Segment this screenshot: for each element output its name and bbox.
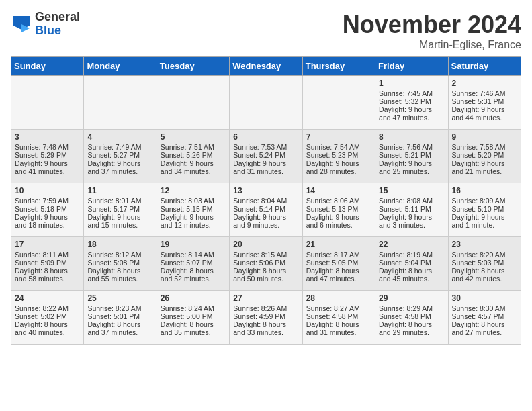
day-number: 29	[379, 293, 444, 303]
day-number: 28	[306, 293, 371, 303]
day-number: 24	[15, 293, 80, 303]
day-number: 17	[15, 240, 80, 249]
day-number: 18	[87, 240, 152, 249]
day-number: 6	[233, 132, 298, 142]
day-number: 15	[379, 186, 444, 195]
calendar-week-1: 1Sunrise: 7:45 AMSunset: 5:32 PMDaylight…	[11, 76, 521, 130]
calendar-cell: 23Sunrise: 8:20 AMSunset: 5:03 PMDayligh…	[448, 237, 521, 291]
month-title: November 2024	[343, 11, 521, 39]
day-number: 23	[452, 240, 517, 249]
calendar-cell: 9Sunrise: 7:58 AMSunset: 5:20 PMDaylight…	[448, 130, 521, 183]
calendar-header: Sunday Monday Tuesday Wednesday Thursday…	[11, 57, 521, 76]
calendar-cell: 13Sunrise: 8:04 AMSunset: 5:14 PMDayligh…	[230, 183, 302, 237]
calendar-cell: 10Sunrise: 7:59 AMSunset: 5:18 PMDayligh…	[11, 183, 84, 237]
logo-general: General	[35, 11, 80, 24]
calendar-cell: 28Sunrise: 8:27 AMSunset: 4:58 PMDayligh…	[302, 291, 375, 345]
col-thursday: Thursday	[302, 57, 375, 76]
calendar-cell: 8Sunrise: 7:56 AMSunset: 5:21 PMDaylight…	[375, 130, 448, 183]
day-number: 9	[452, 132, 517, 142]
day-number: 5	[161, 132, 226, 142]
calendar-cell: 26Sunrise: 8:24 AMSunset: 5:00 PMDayligh…	[157, 291, 229, 345]
calendar-cell: 6Sunrise: 7:53 AMSunset: 5:24 PMDaylight…	[230, 130, 302, 183]
day-number: 12	[161, 186, 226, 195]
day-number: 8	[379, 132, 444, 142]
day-number: 11	[87, 186, 152, 195]
col-monday: Monday	[84, 57, 157, 76]
location: Martin-Eglise, France	[343, 39, 521, 51]
calendar-cell: 14Sunrise: 8:06 AMSunset: 5:13 PMDayligh…	[302, 183, 375, 237]
calendar-week-5: 24Sunrise: 8:22 AMSunset: 5:02 PMDayligh…	[11, 291, 521, 345]
logo-icon	[11, 13, 32, 35]
day-number: 3	[15, 132, 80, 142]
calendar-cell: 21Sunrise: 8:17 AMSunset: 5:05 PMDayligh…	[302, 237, 375, 291]
logo: General Blue	[11, 11, 80, 38]
day-number: 20	[233, 240, 298, 249]
calendar-cell: 22Sunrise: 8:19 AMSunset: 5:04 PMDayligh…	[375, 237, 448, 291]
calendar-cell: 25Sunrise: 8:23 AMSunset: 5:01 PMDayligh…	[84, 291, 157, 345]
calendar-cell	[11, 76, 84, 130]
calendar-body: 1Sunrise: 7:45 AMSunset: 5:32 PMDaylight…	[11, 76, 521, 345]
day-number: 30	[452, 293, 517, 303]
calendar-cell: 17Sunrise: 8:11 AMSunset: 5:09 PMDayligh…	[11, 237, 84, 291]
calendar-cell: 3Sunrise: 7:48 AMSunset: 5:29 PMDaylight…	[11, 130, 84, 183]
calendar-cell	[302, 76, 375, 130]
calendar-cell: 2Sunrise: 7:46 AMSunset: 5:31 PMDaylight…	[448, 76, 521, 130]
day-number: 4	[87, 132, 152, 142]
logo-blue: Blue	[35, 24, 80, 38]
day-number: 2	[452, 79, 517, 88]
col-friday: Friday	[375, 57, 448, 76]
calendar-cell: 1Sunrise: 7:45 AMSunset: 5:32 PMDaylight…	[375, 76, 448, 130]
calendar-cell: 19Sunrise: 8:14 AMSunset: 5:07 PMDayligh…	[157, 237, 229, 291]
logo-text: General Blue	[35, 11, 80, 38]
calendar-cell: 18Sunrise: 8:12 AMSunset: 5:08 PMDayligh…	[84, 237, 157, 291]
calendar-cell	[84, 76, 157, 130]
col-tuesday: Tuesday	[157, 57, 229, 76]
calendar-cell: 11Sunrise: 8:01 AMSunset: 5:17 PMDayligh…	[84, 183, 157, 237]
calendar-cell	[230, 76, 302, 130]
calendar-week-3: 10Sunrise: 7:59 AMSunset: 5:18 PMDayligh…	[11, 183, 521, 237]
calendar-cell: 15Sunrise: 8:08 AMSunset: 5:11 PMDayligh…	[375, 183, 448, 237]
col-sunday: Sunday	[11, 57, 84, 76]
calendar-cell: 24Sunrise: 8:22 AMSunset: 5:02 PMDayligh…	[11, 291, 84, 345]
day-number: 19	[161, 240, 226, 249]
day-number: 22	[379, 240, 444, 249]
header-row: Sunday Monday Tuesday Wednesday Thursday…	[11, 57, 521, 76]
day-number: 10	[15, 186, 80, 195]
day-number: 14	[306, 186, 371, 195]
calendar-cell: 5Sunrise: 7:51 AMSunset: 5:26 PMDaylight…	[157, 130, 229, 183]
calendar-cell	[157, 76, 229, 130]
calendar-cell: 29Sunrise: 8:29 AMSunset: 4:58 PMDayligh…	[375, 291, 448, 345]
calendar-cell: 30Sunrise: 8:30 AMSunset: 4:57 PMDayligh…	[448, 291, 521, 345]
calendar-week-2: 3Sunrise: 7:48 AMSunset: 5:29 PMDaylight…	[11, 130, 521, 183]
calendar-cell: 7Sunrise: 7:54 AMSunset: 5:23 PMDaylight…	[302, 130, 375, 183]
calendar-cell: 27Sunrise: 8:26 AMSunset: 4:59 PMDayligh…	[230, 291, 302, 345]
title-block: November 2024 Martin-Eglise, France	[343, 11, 521, 51]
page-header: General Blue November 2024 Martin-Eglise…	[11, 11, 521, 51]
day-number: 7	[306, 132, 371, 142]
calendar-cell: 12Sunrise: 8:03 AMSunset: 5:15 PMDayligh…	[157, 183, 229, 237]
day-number: 25	[87, 293, 152, 303]
calendar-cell: 16Sunrise: 8:09 AMSunset: 5:10 PMDayligh…	[448, 183, 521, 237]
day-number: 26	[161, 293, 226, 303]
col-wednesday: Wednesday	[230, 57, 302, 76]
day-number: 13	[233, 186, 298, 195]
calendar-week-4: 17Sunrise: 8:11 AMSunset: 5:09 PMDayligh…	[11, 237, 521, 291]
col-saturday: Saturday	[448, 57, 521, 76]
day-number: 1	[379, 79, 444, 88]
calendar-cell: 20Sunrise: 8:15 AMSunset: 5:06 PMDayligh…	[230, 237, 302, 291]
day-number: 21	[306, 240, 371, 249]
day-number: 27	[233, 293, 298, 303]
calendar-cell: 4Sunrise: 7:49 AMSunset: 5:27 PMDaylight…	[84, 130, 157, 183]
day-number: 16	[452, 186, 517, 195]
calendar-table: Sunday Monday Tuesday Wednesday Thursday…	[11, 56, 521, 345]
